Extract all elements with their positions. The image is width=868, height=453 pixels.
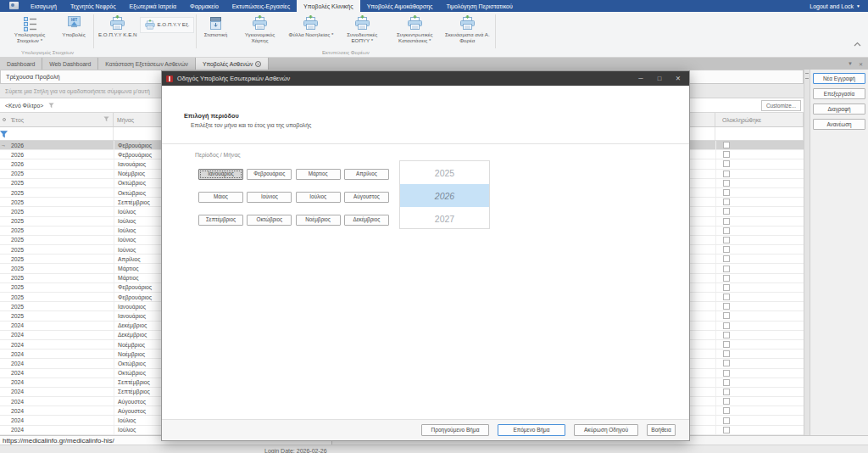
cell-completed	[715, 207, 804, 215]
completed-checkbox[interactable]	[723, 341, 730, 348]
completed-checkbox[interactable]	[723, 171, 730, 177]
previous-step-button[interactable]: Προηγούμενο Βήμα	[421, 424, 489, 436]
menu-tab[interactable]: Υποβολές Κλινικής	[297, 0, 360, 12]
month-button[interactable]: Ιούνιος	[247, 192, 292, 203]
completed-checkbox[interactable]	[723, 180, 730, 187]
ribbon-button[interactable]: Σκευάσματα ανά Α. Φορέα	[441, 12, 493, 44]
completed-checkbox[interactable]	[723, 284, 730, 291]
ribbon-button[interactable]: Συνοδευτικές ΕΟΠΥΥ *	[336, 12, 388, 44]
completed-checkbox[interactable]	[723, 189, 730, 196]
column-header-completed[interactable]: Ολοκληρώθηκε	[715, 113, 804, 126]
month-button[interactable]: Φεβρουάριος	[247, 169, 292, 180]
completed-checkbox[interactable]	[723, 303, 730, 310]
completed-checkbox[interactable]	[723, 389, 730, 395]
year-option[interactable]: 2027	[400, 207, 489, 229]
collapse-ribbon-icon[interactable]	[854, 35, 861, 50]
month-button[interactable]: Ιούλιος	[296, 192, 341, 203]
completed-checkbox[interactable]	[723, 199, 730, 205]
completed-checkbox[interactable]	[723, 370, 730, 377]
close-document-icon[interactable]: ✕	[859, 61, 863, 67]
cell-year: 2025	[7, 199, 114, 205]
completed-checkbox[interactable]	[723, 350, 730, 357]
year-picker: 202520262027	[399, 160, 490, 229]
ribbon-button[interactable]: Φύλλα Νοσηλείας *	[287, 12, 337, 38]
panel-splitter[interactable]	[804, 70, 810, 435]
close-icon[interactable]: ✕	[669, 71, 687, 86]
filter-cell-year[interactable]	[7, 127, 114, 140]
completed-checkbox[interactable]	[723, 142, 730, 148]
sidebar-action-button[interactable]: Ανανέωση	[813, 119, 865, 130]
month-button[interactable]: Σεπτέμβριος	[198, 215, 243, 226]
menu-tab[interactable]: Εισαγωγή	[24, 0, 64, 12]
month-button[interactable]: Νοέμβριος	[296, 215, 341, 226]
month-button[interactable]: Αύγουστος	[344, 192, 389, 203]
dialog-title-bar[interactable]: Οδηγός Υποβολής Εσωτερικών Ασθενών ─ □ ✕	[162, 71, 689, 86]
filter-cell-completed[interactable]	[715, 127, 804, 140]
tab-list-dropdown-icon[interactable]: ▼	[848, 61, 853, 66]
sidebar-action-button[interactable]: Νέα Εγγραφή	[813, 73, 865, 84]
customize-button[interactable]: Customize...	[761, 100, 801, 111]
month-button[interactable]: Δεκέμβριος	[344, 215, 389, 226]
tab-strip-tools: ▼ ✕	[848, 58, 868, 70]
document-tab[interactable]: Web Dashboard ✕	[42, 58, 98, 70]
month-button[interactable]: Μάιος	[198, 192, 243, 203]
completed-checkbox[interactable]	[723, 379, 730, 386]
completed-checkbox[interactable]	[723, 218, 730, 225]
month-button[interactable]: Οκτώβριος	[247, 215, 292, 226]
completed-checkbox[interactable]	[723, 246, 730, 253]
ribbon-button[interactable]: Ε.Ο.Π.Υ.Υ Κ.Ε.Ν	[96, 12, 140, 38]
completed-checkbox[interactable]	[723, 312, 730, 319]
next-step-button[interactable]: Επόμενο Βήμα	[498, 424, 565, 436]
completed-checkbox[interactable]	[723, 360, 730, 366]
ribbon-group-prints: Στατιστική Υγειονομικός Χάρτης Φύλλα Νοσ…	[198, 12, 494, 57]
month-button[interactable]: Μάρτιος	[296, 169, 341, 180]
completed-checkbox[interactable]	[723, 398, 730, 405]
completed-checkbox[interactable]	[723, 255, 730, 262]
completed-checkbox[interactable]	[723, 322, 730, 329]
completed-checkbox[interactable]	[723, 427, 730, 433]
menu-tab[interactable]: Τεχνητός Νεφρός	[64, 0, 123, 12]
completed-checkbox[interactable]	[723, 160, 730, 167]
document-tab[interactable]: Υποβολές Ασθενών ✕	[196, 58, 269, 70]
completed-checkbox[interactable]	[723, 208, 730, 215]
menu-tab[interactable]: Εξωτερικά Ιατρεία	[123, 0, 183, 12]
completed-checkbox[interactable]	[723, 227, 730, 234]
completed-checkbox[interactable]	[723, 275, 730, 282]
close-tab-icon[interactable]: ✕	[255, 61, 261, 67]
completed-checkbox[interactable]	[723, 417, 730, 424]
month-button[interactable]: Απρίλιος	[344, 169, 389, 180]
menu-tab[interactable]: Τιμολόγηση Περιστατικού	[439, 0, 519, 12]
logout-and-lock-button[interactable]: Logout and Lock ▼	[802, 0, 868, 12]
menu-tab[interactable]: Φαρμακείο	[183, 0, 225, 12]
help-button[interactable]: Βοήθεια	[647, 424, 676, 436]
completed-checkbox[interactable]	[723, 294, 730, 300]
ribbon-button[interactable]: Υγειονομικός Χάρτης	[234, 12, 287, 44]
cell-year: 2024	[7, 427, 114, 433]
document-tab[interactable]: Κατάσταση Εξετάσεων Ασθενών ✕	[98, 58, 196, 70]
document-tab[interactable]: Dashboard ✕	[0, 58, 42, 70]
maximize-icon[interactable]: □	[650, 71, 669, 86]
row-indicator	[0, 217, 7, 226]
menu-tab[interactable]: Εκτυπώσεις-Εργασίες	[225, 0, 297, 12]
ribbon-button[interactable]: HIT Υποβολές	[56, 12, 92, 38]
ribbon-button[interactable]: Ε.Ο.Π.Υ.Υ Εξ.	[140, 17, 194, 33]
cell-completed	[715, 188, 804, 197]
menu-tab[interactable]: Υποβολές Αιμοκάθαρσης	[360, 0, 440, 12]
sidebar-action-button[interactable]: Διαγραφή	[813, 103, 865, 115]
cancel-wizard-button[interactable]: Ακύρωση Οδηγού	[574, 424, 638, 436]
month-button[interactable]: Ιανουάριος	[198, 169, 243, 180]
completed-checkbox[interactable]	[723, 237, 730, 243]
year-option[interactable]: 2025	[400, 161, 489, 184]
completed-checkbox[interactable]	[723, 407, 730, 414]
year-option[interactable]: 2026	[400, 184, 489, 207]
ribbon-button[interactable]: Στατιστική	[198, 12, 234, 38]
completed-checkbox[interactable]	[723, 151, 730, 158]
completed-checkbox[interactable]	[723, 332, 730, 338]
completed-checkbox[interactable]	[723, 266, 730, 272]
minimize-icon[interactable]: ─	[632, 71, 650, 86]
sidebar-action-button[interactable]: Επεξεργασία	[813, 88, 865, 99]
column-filter-icon[interactable]	[103, 116, 109, 123]
ribbon-button[interactable]: Συγκεντρωτικές Καταστάσεις *	[388, 12, 441, 44]
column-header-year[interactable]: Έτος	[7, 113, 114, 126]
ribbon-button[interactable]: Υπολογισμός Στοιχείων *	[3, 12, 56, 44]
